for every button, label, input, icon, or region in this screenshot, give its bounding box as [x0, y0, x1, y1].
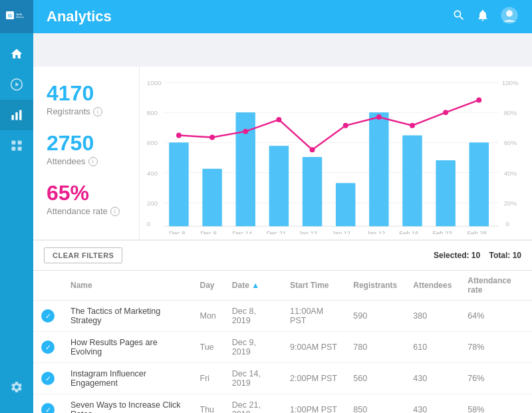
svg-point-47 — [310, 147, 315, 152]
selected-value: 10 — [471, 251, 480, 260]
svg-text:0: 0 — [147, 220, 151, 227]
svg-point-46 — [276, 117, 281, 122]
row-day: Tue — [192, 332, 224, 363]
col-date-header: Date ▲ — [224, 271, 282, 301]
sidebar-item-home[interactable] — [0, 39, 33, 69]
svg-text:600: 600 — [147, 139, 158, 146]
registrants-value: 4170 — [47, 82, 126, 104]
svg-text:400: 400 — [147, 170, 158, 177]
svg-rect-8 — [19, 110, 21, 120]
svg-rect-12 — [18, 147, 22, 151]
svg-rect-34 — [202, 169, 222, 227]
svg-point-45 — [243, 129, 248, 134]
sidebar-item-grid[interactable] — [0, 130, 33, 161]
row-checkbox[interactable]: ✓ — [33, 301, 63, 332]
svg-text:60%: 60% — [504, 139, 517, 146]
app-header: Analytics — [33, 0, 532, 33]
row-start-time: 9:00AM PST — [282, 332, 345, 363]
row-name: How Results Pages are Evolving — [63, 332, 192, 363]
registrants-info-icon[interactable]: i — [93, 107, 102, 116]
row-registrants: 780 — [345, 332, 405, 363]
rate-label: Attendance rate — [47, 206, 108, 216]
table-row[interactable]: ✓ Instagram Influencer Engagement Fri De… — [33, 363, 532, 394]
attendees-value: 2750 — [47, 132, 126, 154]
svg-point-52 — [476, 97, 481, 102]
svg-point-43 — [176, 133, 182, 138]
check-icon: ✓ — [41, 403, 55, 413]
table-row[interactable]: ✓ How Results Pages are Evolving Tue Dec… — [33, 332, 532, 363]
sidebar-item-settings[interactable] — [0, 372, 33, 402]
row-registrants: 560 — [345, 363, 405, 394]
table-row[interactable]: ✓ Seven Ways to Increase Click Rates Thu… — [33, 394, 532, 414]
row-checkbox[interactable]: ✓ — [33, 394, 63, 414]
svg-text:0: 0 — [506, 220, 510, 227]
svg-point-50 — [410, 123, 415, 128]
svg-text:40%: 40% — [504, 170, 517, 177]
svg-text:Feb 28: Feb 28 — [467, 230, 487, 234]
sidebar-item-play[interactable] — [0, 69, 33, 100]
row-date: Dec 14, 2019 — [224, 363, 282, 394]
svg-rect-6 — [12, 115, 14, 120]
bar-line-chart: 1000 800 600 400 200 0 100% 80% 60% 40% … — [145, 77, 521, 234]
attendance-rate-stat: 65% Attendance rate i — [47, 182, 126, 216]
svg-rect-38 — [336, 183, 356, 226]
svg-rect-7 — [15, 112, 17, 120]
svg-text:Dec 14: Dec 14 — [233, 230, 253, 234]
svg-text:G: G — [8, 13, 12, 19]
svg-text:Dec 9: Dec 9 — [200, 230, 216, 234]
selected-label: Selected: — [434, 251, 469, 260]
analytics-icon — [10, 108, 23, 122]
sidebar: G GoTo Webinar — [0, 0, 33, 413]
app-logo: G GoTo Webinar — [6, 11, 27, 23]
check-icon: ✓ — [41, 372, 55, 385]
notification-icon[interactable] — [476, 9, 489, 25]
page-title: Analytics — [47, 8, 452, 25]
col-starttime-header: Start Time — [282, 271, 345, 301]
stats-chart-section: 4170 Registrants i 2750 Attendees i 65% … — [33, 67, 532, 239]
row-checkbox[interactable]: ✓ — [33, 363, 63, 394]
row-date: Dec 8, 2019 — [224, 301, 282, 332]
row-date: Dec 9, 2019 — [224, 332, 282, 363]
svg-rect-37 — [303, 157, 323, 226]
registrants-stat: 4170 Registrants i — [47, 82, 126, 116]
row-start-time: 1:00PM PST — [282, 394, 345, 414]
svg-point-44 — [209, 135, 215, 140]
row-start-time: 11:00AM PST — [282, 301, 345, 332]
rate-info-icon[interactable]: i — [110, 207, 120, 216]
attendees-info-icon[interactable]: i — [88, 157, 98, 166]
check-icon: ✓ — [41, 341, 55, 354]
svg-text:Feb 23: Feb 23 — [432, 230, 452, 234]
svg-text:800: 800 — [147, 109, 158, 116]
stats-panel: 4170 Registrants i 2750 Attendees i 65% … — [33, 67, 140, 239]
row-start-time: 2:00PM PST — [282, 363, 345, 394]
svg-text:100%: 100% — [502, 79, 519, 86]
svg-point-49 — [376, 114, 382, 120]
table-row[interactable]: ✓ The Tactics of Marketing Strategy Mon … — [33, 301, 532, 332]
col-name-header: Name — [63, 271, 192, 301]
svg-rect-10 — [18, 141, 22, 145]
svg-text:1000: 1000 — [147, 79, 162, 86]
svg-point-48 — [343, 123, 348, 128]
svg-text:200: 200 — [147, 200, 158, 207]
sidebar-item-analytics[interactable] — [0, 100, 33, 130]
svg-text:20%: 20% — [504, 200, 517, 207]
svg-rect-36 — [269, 146, 289, 226]
total-label: Total: — [489, 251, 511, 260]
row-day: Mon — [192, 301, 224, 332]
rate-value: 65% — [47, 182, 126, 204]
svg-text:Webinar: Webinar — [16, 16, 25, 19]
grid-icon — [10, 139, 23, 152]
search-icon[interactable] — [452, 9, 466, 25]
svg-text:Jan 12: Jan 12 — [299, 230, 317, 234]
svg-text:Jan 12: Jan 12 — [366, 230, 385, 234]
table-info: Selected: 10 Total: 10 — [434, 251, 521, 260]
clear-filters-button[interactable]: CLEAR FILTERS — [44, 247, 122, 263]
svg-marker-5 — [15, 82, 19, 87]
row-checkbox[interactable]: ✓ — [33, 332, 63, 363]
row-registrants: 850 — [345, 394, 405, 414]
svg-rect-33 — [169, 142, 189, 226]
row-rate: 58% — [460, 394, 532, 414]
chart-area: 1000 800 600 400 200 0 100% 80% 60% 40% … — [140, 67, 532, 239]
check-icon: ✓ — [41, 309, 55, 323]
user-avatar-icon[interactable] — [500, 6, 519, 28]
